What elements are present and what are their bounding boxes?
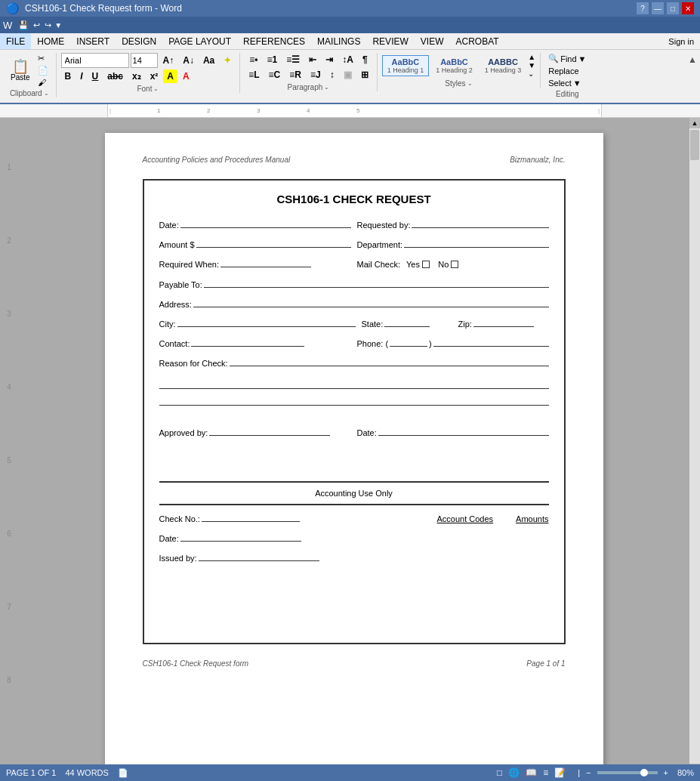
clipboard-expand-icon[interactable]: ⌄ (44, 90, 49, 97)
styles-expand[interactable]: ⌄ (528, 69, 535, 78)
numbering-btn[interactable]: ≡1 (264, 53, 282, 66)
scroll-thumb[interactable] (690, 130, 699, 160)
amount-input-line[interactable] (196, 237, 351, 248)
align-center-btn[interactable]: ≡C (265, 68, 285, 82)
menu-view[interactable]: VIEW (415, 33, 450, 49)
menu-review[interactable]: REVIEW (366, 33, 414, 49)
paste-btn[interactable]: 📋 Paste (8, 58, 33, 83)
requested-by-input-line[interactable] (412, 218, 548, 228)
justify-btn[interactable]: ≡J (307, 68, 325, 82)
yes-checkbox-label[interactable]: Yes (406, 260, 430, 269)
menu-insert[interactable]: INSERT (70, 33, 116, 49)
copy-btn[interactable]: 📄 (35, 65, 51, 76)
issued-by-input-line[interactable] (199, 551, 319, 561)
bullets-btn[interactable]: ≡• (245, 53, 261, 66)
undo-quick-btn[interactable]: ↩ (32, 20, 42, 30)
menu-acrobat[interactable]: ACROBAT (449, 33, 504, 49)
increase-indent-btn[interactable]: ⇥ (322, 53, 337, 66)
styles-expand-icon[interactable]: ⌄ (467, 80, 473, 87)
city-input-line[interactable] (177, 316, 356, 327)
select-btn[interactable]: Select ▼ (545, 78, 584, 88)
contact-input-line[interactable] (191, 336, 304, 347)
date-input-line[interactable] (180, 218, 351, 228)
strikethrough-btn[interactable]: abc (103, 69, 127, 83)
view-read-btn[interactable]: 📖 (526, 767, 537, 774)
phone-number-input-line[interactable] (433, 336, 549, 347)
bold-btn[interactable]: B (61, 69, 76, 83)
close-btn[interactable]: ✕ (682, 2, 694, 14)
maximize-btn[interactable]: □ (667, 2, 679, 14)
scrollbar[interactable]: ▲ ▼ (689, 118, 700, 774)
style-heading1[interactable]: AaBbC 1 Heading 1 (382, 55, 430, 76)
show-formatting-btn[interactable]: ¶ (359, 53, 372, 66)
font-grow-btn[interactable]: A↑ (159, 54, 178, 67)
menu-home[interactable]: HOME (31, 33, 70, 49)
minimize-btn[interactable]: — (652, 2, 664, 14)
italic-btn[interactable]: I (76, 69, 86, 83)
font-color-btn[interactable]: A (179, 69, 193, 83)
save-quick-btn[interactable]: 💾 (17, 20, 30, 30)
approved-date-input-line[interactable] (378, 425, 549, 436)
reason-input-line[interactable] (230, 356, 549, 366)
ribbon-collapse-btn[interactable]: ▲ (688, 54, 697, 65)
zoom-level[interactable]: 80% (677, 768, 694, 774)
proofing-icon[interactable]: 📄 (118, 768, 128, 775)
address-input-line[interactable] (193, 297, 549, 307)
line-spacing-btn[interactable]: ↕ (326, 68, 338, 82)
font-size-input[interactable] (131, 53, 158, 68)
font-shrink-btn[interactable]: A↓ (179, 54, 198, 67)
menu-mailings[interactable]: MAILINGS (311, 33, 366, 49)
align-left-btn[interactable]: ≡L (245, 68, 263, 82)
window-controls[interactable]: ? — □ ✕ (637, 2, 694, 14)
view-print-btn[interactable]: □ (497, 767, 502, 774)
replace-btn[interactable]: Replace (545, 66, 581, 76)
change-case-btn[interactable]: Aa (199, 54, 218, 67)
format-painter-btn[interactable]: 🖌 (35, 77, 51, 88)
document-page[interactable]: Accounting Policies and Procedures Manua… (105, 133, 603, 774)
approved-by-input-line[interactable] (209, 425, 330, 436)
menu-file[interactable]: FILE (0, 33, 31, 49)
check-no-input-line[interactable] (202, 511, 300, 522)
styles-scroll-up[interactable]: ▲ (528, 53, 535, 61)
decrease-indent-btn[interactable]: ⇤ (305, 53, 320, 66)
scroll-up-btn[interactable]: ▲ (689, 118, 700, 128)
sort-btn[interactable]: ↕A (338, 53, 357, 66)
text-highlight-btn[interactable]: A (163, 69, 177, 83)
borders-btn[interactable]: ⊞ (357, 68, 372, 82)
department-input-line[interactable] (404, 237, 548, 248)
align-right-btn[interactable]: ≡R (285, 68, 305, 82)
shading-btn[interactable]: ▣ (340, 68, 356, 82)
zoom-out-btn[interactable]: − (586, 768, 591, 774)
required-when-input-line[interactable] (220, 257, 311, 267)
superscript-btn[interactable]: x² (146, 69, 162, 83)
multilevel-btn[interactable]: ≡☰ (282, 53, 304, 66)
find-btn[interactable]: 🔍 Find ▼ (545, 53, 589, 64)
state-input-line[interactable] (384, 316, 430, 327)
style-heading3[interactable]: AABBC 1 Heading 3 (480, 55, 527, 76)
sign-in-btn[interactable]: Sign in (662, 33, 700, 49)
style-heading2[interactable]: AaBbC 1 Heading 2 (430, 55, 478, 76)
view-outline-btn[interactable]: ≡ (543, 767, 548, 774)
styles-scroll-down[interactable]: ▼ (528, 61, 535, 69)
view-web-btn[interactable]: 🌐 (508, 767, 520, 774)
no-checkbox-label[interactable]: No (438, 260, 458, 269)
redo-quick-btn[interactable]: ↪ (43, 20, 53, 30)
no-checkbox[interactable] (451, 261, 458, 268)
menu-design[interactable]: DESIGN (116, 33, 162, 49)
payable-to-input-line[interactable] (204, 277, 549, 288)
clear-formatting-btn[interactable]: ✦ (220, 54, 235, 67)
subscript-btn[interactable]: x₂ (128, 69, 145, 83)
phone-area-input-line[interactable] (390, 336, 427, 347)
yes-checkbox[interactable] (422, 261, 430, 268)
zip-input-line[interactable] (473, 316, 534, 327)
help-btn[interactable]: ? (637, 2, 649, 14)
underline-btn[interactable]: U (88, 69, 103, 83)
menu-references[interactable]: REFERENCES (237, 33, 311, 49)
zoom-in-btn[interactable]: + (664, 768, 668, 774)
quick-dropdown-btn[interactable]: ▼ (54, 21, 62, 29)
font-name-input[interactable] (61, 53, 129, 68)
reason-line-2[interactable] (159, 375, 549, 389)
zoom-slider[interactable] (597, 771, 658, 774)
cut-btn[interactable]: ✂ (35, 53, 51, 64)
menu-page-layout[interactable]: PAGE LAYOUT (162, 33, 237, 49)
